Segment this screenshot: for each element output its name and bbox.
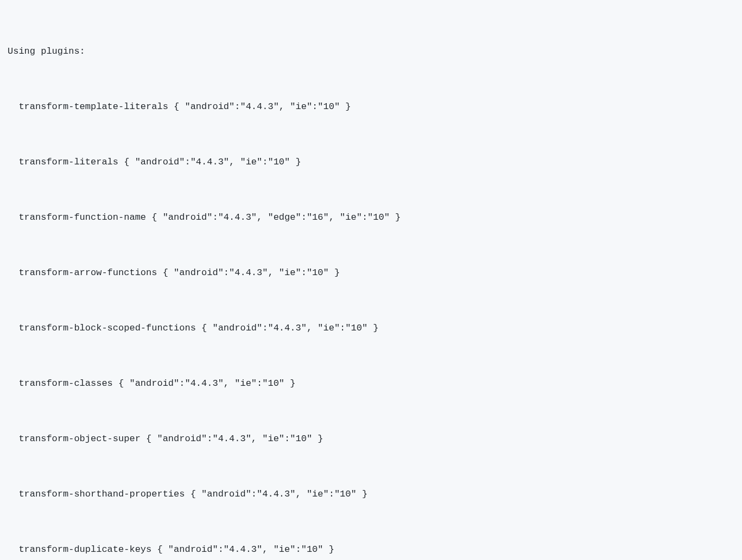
plugin-row: transform-template-literals { "android":…	[8, 98, 734, 116]
output-header: Using plugins:	[8, 42, 734, 61]
plugin-row: transform-function-name { "android":"4.4…	[8, 208, 734, 227]
plugin-row: transform-arrow-functions { "android":"4…	[8, 264, 734, 282]
plugin-row: transform-block-scoped-functions { "andr…	[8, 319, 734, 338]
terminal-output: Using plugins: transform-template-litera…	[8, 5, 734, 560]
plugin-row: transform-shorthand-properties { "androi…	[8, 485, 734, 504]
plugin-row: transform-object-super { "android":"4.4.…	[8, 430, 734, 448]
plugin-row: transform-duplicate-keys { "android":"4.…	[8, 540, 734, 559]
plugin-row: transform-classes { "android":"4.4.3", "…	[8, 374, 734, 393]
plugin-row: transform-literals { "android":"4.4.3", …	[8, 153, 734, 171]
